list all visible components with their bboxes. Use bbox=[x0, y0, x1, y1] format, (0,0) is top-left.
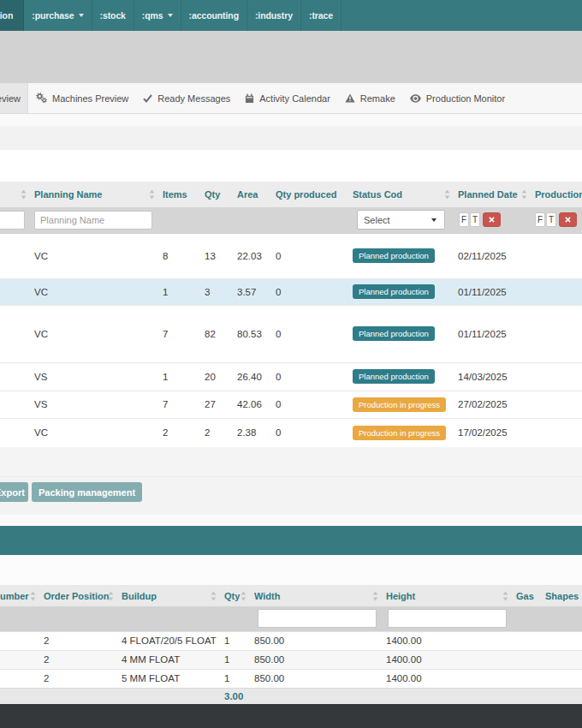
filter-from-button[interactable]: F bbox=[459, 212, 469, 227]
items-total-row: 3.00 bbox=[0, 688, 582, 704]
cell-planning-name: VC bbox=[28, 278, 157, 305]
col-header-items[interactable]: Items bbox=[157, 182, 199, 207]
col-header-qty-produced[interactable]: Qty produced bbox=[270, 182, 347, 207]
width-filter-input[interactable] bbox=[258, 609, 377, 628]
cell-width: 850.00 bbox=[248, 669, 380, 688]
cell-width: 850.00 bbox=[248, 631, 380, 650]
cell-order-position: 2 bbox=[38, 650, 116, 669]
planning-row[interactable]: VC 1 3 3.57 0 Planned production 01/11/2… bbox=[0, 278, 582, 305]
planning-row[interactable]: VC 8 13 22.03 0 Planned production 02/11… bbox=[0, 233, 582, 278]
col-header-qty[interactable]: Qty bbox=[218, 585, 248, 606]
item-row[interactable]: 2 4 MM FLOAT 1 850.00 1400.00 bbox=[0, 650, 582, 669]
cell-planned-date: 14/03/2025 bbox=[452, 362, 529, 391]
height-filter-input[interactable] bbox=[388, 609, 507, 628]
tab-activity-calendar[interactable]: Activity Calendar bbox=[238, 83, 337, 113]
cell-qty: 3 bbox=[199, 278, 231, 305]
tab-production-monitor[interactable]: Production Monitor bbox=[403, 83, 512, 113]
cell-planned-date: 17/02/2025 bbox=[452, 418, 529, 447]
col-header-qty[interactable]: Qty bbox=[199, 182, 231, 207]
cell-items: 1 bbox=[157, 362, 199, 391]
sort-icon[interactable] bbox=[521, 190, 527, 200]
sort-icon[interactable] bbox=[30, 591, 36, 600]
nav-item-trace[interactable]: :trace bbox=[301, 0, 341, 31]
caret-down-icon bbox=[79, 14, 84, 17]
tab-ready-messages[interactable]: Ready Messages bbox=[136, 83, 237, 113]
planning-row[interactable]: VC 7 82 80.53 0 Planned production 01/11… bbox=[0, 305, 582, 362]
filter-from-button[interactable]: F bbox=[535, 212, 545, 227]
planned-date-filter: F T bbox=[459, 212, 529, 227]
app-window: :production :purchase :stock :qms :accou… bbox=[0, 0, 582, 728]
nav-item-label: :stock bbox=[100, 10, 126, 21]
col-header-production[interactable]: Production bbox=[529, 182, 582, 207]
item-row[interactable]: 2 4 FLOAT/20/5 FLOAT 1 850.00 1400.00 bbox=[0, 631, 582, 650]
cell-area: 80.53 bbox=[231, 305, 270, 362]
filter-to-button[interactable]: T bbox=[546, 212, 556, 227]
nav-items: :production :purchase :stock :qms :accou… bbox=[0, 0, 341, 31]
col-header-height[interactable]: Height bbox=[380, 585, 510, 606]
nav-item-stock[interactable]: :stock bbox=[92, 0, 134, 31]
warning-icon bbox=[345, 93, 355, 103]
col-header-width[interactable]: Width bbox=[248, 585, 380, 606]
nav-item-label: :production bbox=[0, 10, 13, 21]
caret-down-icon bbox=[168, 14, 173, 17]
sort-icon[interactable] bbox=[108, 591, 114, 600]
col-header-planned-date[interactable]: Planned Date bbox=[452, 182, 529, 207]
nav-item-purchase[interactable]: :purchase bbox=[24, 0, 92, 31]
col-header-buildup[interactable]: Buildup bbox=[116, 585, 218, 606]
page-footer bbox=[0, 704, 582, 728]
planning-name-filter-input[interactable] bbox=[34, 211, 152, 230]
filter-clear-button[interactable] bbox=[559, 212, 577, 227]
planning-row[interactable]: VS 7 27 42.06 0 Production in progress 2… bbox=[0, 391, 582, 418]
cogs-icon bbox=[36, 92, 47, 104]
production-name-filter-input[interactable] bbox=[0, 211, 25, 230]
col-header-status-cod[interactable]: Status Cod bbox=[347, 182, 452, 207]
nav-item-industry[interactable]: :industry bbox=[247, 0, 301, 31]
filter-clear-button[interactable] bbox=[483, 212, 501, 227]
cell-qty: 27 bbox=[199, 391, 231, 418]
cell-qty: 13 bbox=[199, 233, 231, 278]
col-header-production-name[interactable] bbox=[0, 182, 28, 207]
cell-height: 1400.00 bbox=[380, 631, 510, 650]
col-header-order-position[interactable]: Order Position bbox=[38, 585, 116, 606]
items-table: Order Number Order Position Buildup bbox=[0, 585, 582, 704]
cell-qty-produced: 0 bbox=[270, 278, 347, 305]
planning-row[interactable]: VS 1 20 26.40 0 Planned production 14/03… bbox=[0, 362, 582, 391]
cell-height: 1400.00 bbox=[380, 669, 510, 688]
tab-planning-preview[interactable]: Planning Preview bbox=[0, 83, 28, 113]
packing-management-button[interactable]: Packing management bbox=[32, 482, 142, 502]
cell-qty: 82 bbox=[199, 305, 231, 362]
cell-planning-name: VC bbox=[28, 233, 157, 278]
tab-machines-preview[interactable]: Machines Preview bbox=[29, 83, 135, 113]
sort-icon[interactable] bbox=[149, 190, 155, 200]
tab-label: Ready Messages bbox=[157, 93, 230, 104]
tab-remake[interactable]: Remake bbox=[338, 83, 402, 113]
sort-icon[interactable] bbox=[211, 591, 217, 600]
cell-qty-produced: 0 bbox=[270, 305, 347, 362]
nav-item-qms[interactable]: :qms bbox=[134, 0, 181, 31]
section-top-band bbox=[0, 555, 582, 585]
col-header-area[interactable]: Area bbox=[231, 182, 270, 207]
sort-icon[interactable] bbox=[444, 190, 450, 200]
cell-planned-date: 27/02/2025 bbox=[452, 391, 529, 418]
sort-icon[interactable] bbox=[21, 190, 27, 200]
nav-item-accounting[interactable]: :accounting bbox=[181, 0, 247, 31]
status-select[interactable]: Select bbox=[357, 210, 445, 230]
status-badge: Planned production bbox=[353, 284, 435, 299]
calendar-icon bbox=[245, 93, 254, 104]
planning-row[interactable]: VC 2 2 2.38 0 Production in progress 17/… bbox=[0, 418, 582, 447]
sort-icon[interactable] bbox=[372, 591, 378, 600]
nav-item-production[interactable]: :production bbox=[0, 0, 24, 31]
export-button[interactable]: Export bbox=[0, 482, 28, 502]
cell-items: 2 bbox=[157, 418, 199, 447]
item-row[interactable]: 2 5 MM FLOAT 1 850.00 1400.00 bbox=[0, 669, 582, 688]
col-header-gas[interactable]: Gas bbox=[510, 585, 539, 606]
col-header-shapes[interactable]: Shapes bbox=[539, 585, 582, 606]
cell-area: 22.03 bbox=[231, 233, 270, 278]
filter-to-button[interactable]: T bbox=[470, 212, 480, 227]
col-header-order-number[interactable]: Order Number bbox=[0, 585, 38, 606]
sort-icon[interactable] bbox=[241, 591, 246, 600]
top-navbar: :production :purchase :stock :qms :accou… bbox=[0, 0, 582, 31]
col-header-planning-name[interactable]: Planning Name bbox=[28, 182, 157, 207]
sort-icon[interactable] bbox=[502, 591, 508, 600]
cell-area: 26.40 bbox=[231, 362, 270, 391]
